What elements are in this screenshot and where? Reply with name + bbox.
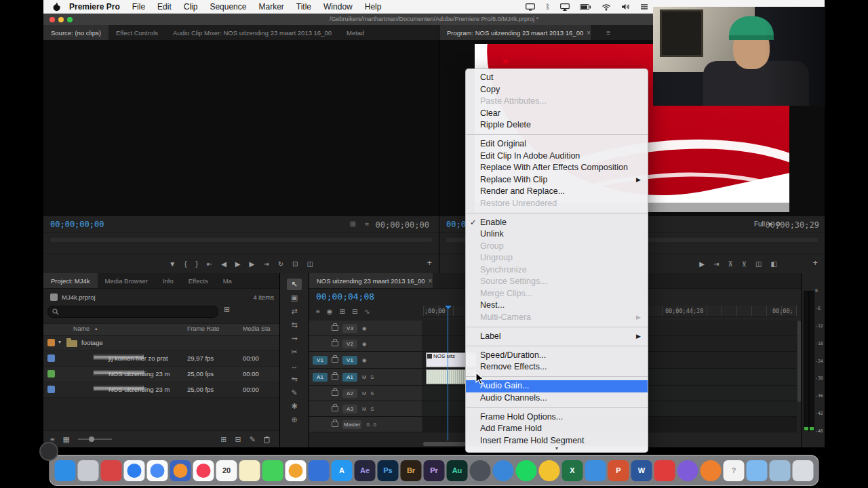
track-target-badge[interactable]: A2: [342, 389, 357, 398]
source-panel-tab[interactable]: Metad: [339, 25, 372, 40]
dock-firefox[interactable]: [170, 460, 191, 481]
context-menu-item[interactable]: Nest...: [466, 300, 648, 312]
go-to-in-icon[interactable]: ⇤: [207, 260, 212, 268]
context-menu-item[interactable]: Edit Original: [466, 138, 648, 150]
source-timecode-current[interactable]: 00;00;00;00: [50, 220, 104, 229]
project-item-row[interactable]: jij komen hier zo prat 29,97 fps 00:00: [43, 351, 279, 367]
context-menu-item[interactable]: Replace With After Effects Composition: [466, 162, 648, 174]
context-menu-item[interactable]: Paste Attributes...: [466, 96, 648, 108]
dock-finder[interactable]: [55, 460, 76, 481]
track-lock-icon[interactable]: [332, 422, 338, 427]
menu-scroll-down-icon[interactable]: ▼: [466, 445, 648, 452]
context-menu-item[interactable]: Replace With Clip ▶: [466, 174, 648, 186]
selection-tool[interactable]: ↖: [287, 279, 302, 290]
context-menu-item[interactable]: [466, 213, 648, 214]
track-buttons[interactable]: ◉: [362, 325, 368, 331]
dock-photos[interactable]: [285, 460, 307, 481]
dock-premiere[interactable]: Pr: [424, 460, 445, 481]
source-timecode-duration[interactable]: 00;00;00;00: [376, 220, 429, 230]
track-lock-icon[interactable]: [332, 325, 338, 331]
export-frame-icon[interactable]: ◫: [755, 260, 762, 268]
track-target-badge[interactable]: A1: [342, 373, 357, 382]
add-marker-icon[interactable]: ⊟: [352, 308, 357, 315]
panel-menu-icon[interactable]: ≡: [606, 29, 610, 37]
close-panel-icon[interactable]: ×: [587, 29, 591, 37]
project-panel-tab[interactable]: Media Browser: [98, 273, 155, 288]
track-target-badge[interactable]: A3: [342, 405, 357, 413]
razor-tool[interactable]: ✂: [287, 346, 302, 358]
track-buttons[interactable]: M S: [362, 406, 375, 412]
export-frame-icon[interactable]: ◫: [307, 260, 313, 268]
rate-stretch-tool[interactable]: ⇝: [287, 333, 302, 344]
project-column-headers[interactable]: Name ▴ Frame Rate Media Sta: [43, 323, 279, 336]
dock-photoshop[interactable]: Ps: [378, 460, 399, 481]
context-menu-item[interactable]: Speed/Duration...: [466, 350, 648, 362]
item-name[interactable]: NOS uitzending 23 m: [108, 370, 170, 378]
dock-folder[interactable]: [747, 460, 768, 481]
slip-tool[interactable]: ↔: [287, 360, 302, 371]
context-menu-item[interactable]: Ungroup: [466, 252, 648, 264]
notification-center-icon[interactable]: [640, 3, 648, 10]
context-menu-item[interactable]: Restore Unrendered: [466, 198, 648, 210]
dock-app-blue[interactable]: [309, 460, 330, 481]
context-menu-item[interactable]: Ripple Delete: [466, 119, 648, 131]
context-menu-item[interactable]: Synchronize: [466, 264, 648, 277]
find-icon[interactable]: ⊟: [235, 435, 241, 444]
dock-sphere-purple[interactable]: [677, 460, 698, 481]
context-menu-item[interactable]: [466, 134, 648, 135]
source-patch-badge[interactable]: V1: [313, 356, 328, 365]
timeline-timecode[interactable]: 00;00;04;08: [316, 291, 374, 302]
minimize-window-button[interactable]: [58, 17, 64, 22]
project-panel-tab[interactable]: Info: [155, 273, 181, 288]
dock-sphere-yellow[interactable]: [539, 460, 560, 481]
dock-word[interactable]: W: [631, 460, 652, 481]
lift-icon[interactable]: ⊼: [728, 260, 732, 268]
new-bin-icon[interactable]: ⊞: [224, 305, 230, 314]
track-lock-icon[interactable]: [332, 390, 338, 396]
menubar-item[interactable]: Edit: [157, 2, 172, 12]
label-color-chip[interactable]: [47, 354, 55, 362]
context-menu-item[interactable]: Add Frame Hold: [466, 423, 648, 435]
dock-app-red[interactable]: [101, 460, 122, 481]
resolution-select-icon[interactable]: ⊞: [350, 220, 355, 228]
program-timecode-duration[interactable]: 00;00;30;29: [766, 220, 819, 230]
hand-tool[interactable]: ✱: [287, 401, 302, 412]
context-menu-item[interactable]: ✓ Enable: [466, 217, 648, 229]
track-target-badge[interactable]: V3: [342, 324, 357, 333]
zoom-slider[interactable]: [78, 439, 112, 440]
vertical-scrollbar[interactable]: [797, 321, 801, 402]
item-name[interactable]: footage: [81, 339, 103, 346]
new-item-icon[interactable]: ✎: [250, 435, 256, 444]
context-menu-item[interactable]: [466, 407, 648, 408]
dock-sphere-blue[interactable]: [493, 460, 514, 481]
context-menu-item[interactable]: Audio Channels...: [466, 392, 648, 405]
project-search-box[interactable]: [47, 306, 218, 318]
snap-icon[interactable]: ◉: [327, 308, 333, 315]
zoom-tool[interactable]: ⊕: [287, 414, 302, 426]
menubar-item[interactable]: Title: [296, 2, 311, 12]
track-target-badge[interactable]: V1: [342, 356, 357, 365]
play-icon[interactable]: ▶: [699, 260, 705, 268]
trash-icon[interactable]: [264, 436, 270, 443]
track-buttons[interactable]: ◉: [362, 357, 368, 363]
volume-icon[interactable]: [621, 3, 630, 10]
playhead-line[interactable]: [448, 306, 448, 441]
menubar-item[interactable]: Help: [365, 2, 382, 12]
wifi-icon[interactable]: [601, 3, 611, 11]
project-item-row[interactable]: NOS uitzending 23 m 25,00 fps 00:00: [43, 367, 279, 382]
step-back-icon[interactable]: ◀: [221, 260, 226, 268]
display-icon[interactable]: [526, 3, 535, 11]
app-menu[interactable]: Premiere Pro: [69, 2, 120, 12]
menubar-item[interactable]: File: [132, 2, 145, 12]
linked-selection-icon[interactable]: ⊞: [340, 308, 345, 315]
track-select-tool[interactable]: ▣: [287, 292, 302, 304]
automate-to-sequence-icon[interactable]: ⊞: [220, 435, 226, 444]
timeline-settings-icon[interactable]: ∿: [364, 308, 370, 315]
dock-unknown[interactable]: ?: [724, 460, 745, 481]
mark-in-icon[interactable]: {: [184, 260, 186, 268]
context-menu-item[interactable]: [466, 346, 648, 346]
context-menu-item[interactable]: Edit Clip In Adobe Audition: [466, 150, 648, 163]
play-icon[interactable]: ▶: [235, 260, 241, 268]
slide-tool[interactable]: ⇋: [287, 373, 302, 385]
timeline-menu-icon[interactable]: ≡: [316, 308, 320, 315]
